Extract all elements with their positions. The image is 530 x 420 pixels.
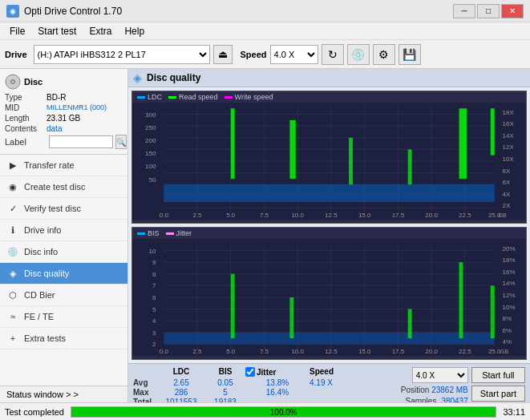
app-icon: ◉	[6, 5, 19, 18]
svg-text:2.5: 2.5	[192, 348, 202, 355]
status-text: Test completed	[5, 407, 64, 417]
svg-text:4X: 4X	[503, 191, 511, 198]
menu-extra[interactable]: Extra	[83, 24, 118, 38]
svg-rect-107	[289, 297, 293, 338]
save-button[interactable]: 💾	[399, 44, 421, 65]
jitter-checkbox[interactable]	[245, 367, 255, 377]
nav-extra-tests[interactable]: + Extra tests	[0, 328, 127, 349]
disc-mid-row: MID MILLENMR1 (000)	[5, 103, 123, 112]
position-row: Position 23862 MB	[401, 386, 468, 394]
disc-icon	[5, 74, 21, 90]
position-info: Position 23862 MB	[401, 386, 468, 394]
svg-text:14%: 14%	[503, 280, 516, 287]
refresh-button[interactable]: ↻	[322, 44, 344, 65]
sidebar: Disc Type BD-R MID MILLENMR1 (000) Lengt…	[0, 69, 128, 402]
svg-text:15.0: 15.0	[358, 212, 371, 219]
svg-text:10: 10	[149, 248, 156, 255]
settings-button[interactable]: ⚙	[373, 44, 395, 65]
svg-text:4%: 4%	[503, 338, 512, 345]
disc-label-button[interactable]: 🔍	[115, 135, 127, 149]
chart-title: Disc quality	[147, 72, 200, 83]
svg-text:9: 9	[152, 259, 156, 266]
disc-label-input[interactable]	[49, 135, 113, 148]
svg-rect-109	[459, 262, 463, 338]
chart-header-icon: ◈	[133, 71, 142, 84]
jitter-checkbox-container: Jitter	[245, 367, 310, 377]
disc-type-label: Type	[5, 93, 47, 102]
svg-rect-49	[164, 184, 494, 202]
nav-cd-bier[interactable]: ⬡ CD Bier	[0, 285, 127, 306]
stats-total-label: Total	[133, 398, 157, 402]
svg-text:10.0: 10.0	[291, 212, 304, 219]
status-window-button[interactable]: Status window > >	[0, 386, 127, 402]
minimize-button[interactable]: ─	[453, 4, 475, 18]
bottom-chart: BIS Jitter	[131, 227, 527, 360]
start-buttons: Start full Start part	[471, 367, 525, 402]
nav-verify-test-disc[interactable]: ✓ Verify test disc	[0, 198, 127, 220]
nav-extra-tests-label: Extra tests	[24, 333, 66, 343]
svg-text:12X: 12X	[503, 143, 515, 151]
disc-type-value: BD-R	[47, 93, 66, 102]
disc-contents-row: Contents data	[5, 124, 123, 133]
svg-rect-108	[408, 309, 412, 339]
stats-col-speed: Speed	[310, 367, 374, 377]
read-legend-item: Read speed	[168, 93, 218, 101]
progress-text: 100.0%	[71, 407, 496, 418]
menu-help[interactable]: Help	[118, 24, 151, 38]
svg-text:8X: 8X	[503, 168, 511, 175]
nav-create-test-disc[interactable]: ◉ Create test disc	[0, 176, 127, 198]
stats-avg-ldc: 2.65	[157, 378, 205, 387]
disc-mid-label: MID	[5, 103, 47, 112]
svg-text:6%: 6%	[503, 327, 512, 334]
svg-text:7.5: 7.5	[260, 348, 269, 355]
cd-bier-icon: ⬡	[6, 289, 19, 301]
stats-avg-jitter: 13.8%	[245, 378, 310, 387]
svg-text:5.0: 5.0	[226, 212, 236, 219]
svg-text:20%: 20%	[503, 245, 516, 252]
close-button[interactable]: ✕	[501, 4, 524, 18]
bis-legend-item: BIS	[137, 229, 160, 237]
stats-avg-label: Avg	[133, 378, 157, 387]
stats-col-ldc: LDC	[157, 367, 205, 377]
nav-disc-info[interactable]: 💿 Disc info	[0, 241, 127, 263]
svg-text:6: 6	[152, 294, 156, 301]
read-legend-label: Read speed	[179, 93, 218, 101]
top-chart-legend: LDC Read speed Write speed	[132, 91, 526, 103]
svg-text:12%: 12%	[503, 292, 516, 299]
jitter-legend-item: Jitter	[166, 229, 192, 237]
maximize-button[interactable]: □	[477, 4, 500, 18]
speed-dropdown[interactable]: 4.0 X 1.0 X 2.0 X 8.0 X	[412, 367, 468, 383]
disc-panel-title: Disc	[24, 77, 42, 87]
svg-text:14X: 14X	[503, 132, 515, 139]
menu-bar: File Start test Extra Help	[0, 22, 530, 40]
stats-avg-bis: 0.05	[205, 378, 245, 387]
main-area: Disc Type BD-R MID MILLENMR1 (000) Lengt…	[0, 69, 530, 402]
stats-max-bis: 5	[205, 388, 245, 397]
nav-cd-bier-label: CD Bier	[24, 290, 55, 300]
write-legend-item: Write speed	[225, 93, 273, 101]
nav-fe-te[interactable]: ≈ FE / TE	[0, 306, 127, 328]
start-full-button[interactable]: Start full	[471, 367, 525, 383]
svg-text:15.0: 15.0	[358, 348, 371, 355]
svg-rect-55	[491, 108, 495, 155]
disc-button[interactable]: 💿	[347, 44, 370, 65]
disc-info-panel: Disc Type BD-R MID MILLENMR1 (000) Lengt…	[0, 69, 127, 155]
stats-table: LDC BIS Jitter Speed Avg 2.65 0.05 13.8%	[133, 367, 398, 402]
drive-select[interactable]: (H:) ATAPI iHBS312 2 PL17	[34, 45, 210, 64]
nav-drive-info[interactable]: ℹ Drive info	[0, 220, 127, 241]
bottom-status-bar: Test completed 100.0% 33:11	[0, 402, 530, 420]
title-bar: ◉ Opti Drive Control 1.70 ─ □ ✕	[0, 0, 530, 22]
nav-verify-test-disc-label: Verify test disc	[24, 204, 81, 213]
app-title: Opti Drive Control 1.70	[24, 6, 122, 17]
nav-disc-info-label: Disc info	[24, 247, 58, 256]
menu-file[interactable]: File	[3, 24, 31, 38]
svg-rect-53	[408, 149, 412, 184]
nav-disc-quality[interactable]: ◈ Disc quality	[0, 263, 127, 285]
nav-transfer-rate[interactable]: ▶ Transfer rate	[0, 155, 127, 176]
svg-text:18%: 18%	[503, 256, 516, 264]
start-part-button[interactable]: Start part	[471, 386, 525, 402]
position-value: 23862 MB	[431, 386, 468, 394]
speed-select[interactable]: 4.0 X 1.0 X 2.0 X 8.0 X Max	[270, 45, 318, 64]
eject-button[interactable]: ⏏	[213, 45, 233, 64]
menu-start-test[interactable]: Start test	[31, 24, 83, 38]
